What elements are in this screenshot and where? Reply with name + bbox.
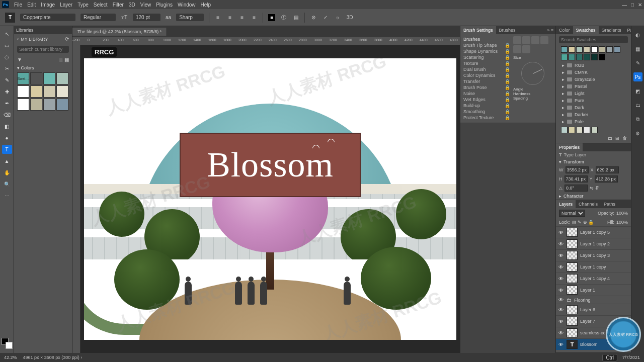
swatch[interactable] — [584, 46, 590, 53]
antialias-select[interactable]: Sharp — [176, 14, 204, 21]
brush-option[interactable]: Texture🔒 — [463, 60, 510, 66]
visibility-icon[interactable]: 👁 — [558, 276, 564, 282]
library-swatch[interactable] — [56, 72, 68, 84]
brush-angle-dial[interactable] — [521, 62, 544, 85]
swatch[interactable] — [569, 46, 575, 53]
brush-preset-thumb[interactable] — [513, 36, 521, 44]
history-icon[interactable]: ◐ — [633, 30, 642, 39]
layer-name[interactable]: Flooring — [574, 298, 629, 303]
layer-name[interactable]: Layer 1 copy 4 — [580, 276, 629, 281]
brush-option[interactable]: Transfer🔒 — [463, 78, 510, 84]
library-view-icons[interactable]: ≣ ▦ — [59, 57, 69, 62]
brush-preset-thumb[interactable] — [540, 36, 548, 44]
layer-thumb[interactable] — [567, 274, 578, 283]
layer-name[interactable]: Layer 1 copy 5 — [580, 230, 629, 235]
layer-thumb[interactable] — [567, 286, 578, 295]
swatch[interactable] — [614, 46, 620, 53]
properties-tab[interactable]: Properties — [556, 143, 583, 151]
align-center-icon[interactable]: ≡ — [226, 14, 233, 21]
swatch[interactable] — [576, 54, 583, 60]
menu-plugins[interactable]: Plugins — [156, 2, 173, 8]
library-sync-icon[interactable]: ⟳ — [65, 36, 69, 42]
paths-tab[interactable]: Paths — [601, 200, 618, 208]
visibility-icon[interactable]: 👁 — [558, 319, 564, 324]
lasso-tool-icon[interactable]: ◌ — [2, 52, 12, 61]
brushes-icon[interactable]: ✎ — [633, 58, 642, 67]
swatch-search-input[interactable]: Search Swatches — [559, 36, 628, 43]
swatch[interactable] — [561, 54, 568, 60]
menu-layer[interactable]: Layer — [60, 2, 72, 8]
layer-row[interactable]: 👁Layer 1 copy — [556, 261, 631, 273]
brush-option[interactable]: Protect Texture🔒 — [463, 115, 510, 121]
marquee-tool-icon[interactable]: ▭ — [2, 41, 12, 50]
swatch-folder[interactable]: ▸Pure — [559, 97, 628, 104]
menu-edit[interactable]: Edit — [27, 2, 36, 8]
menu-file[interactable]: File — [14, 2, 22, 8]
eraser-tool-icon[interactable]: ⌫ — [2, 110, 12, 119]
library-swatch[interactable] — [43, 72, 55, 84]
swatch[interactable] — [591, 54, 598, 60]
move-tool-icon[interactable]: ↖ — [2, 29, 12, 38]
brush-option[interactable]: Brush Pose🔒 — [463, 84, 510, 90]
ruler-horizontal[interactable]: -200020040060080010001200140016001800200… — [72, 37, 460, 45]
library-swatch[interactable] — [43, 85, 55, 98]
delete-swatch-icon[interactable]: 🗑 — [622, 136, 627, 141]
swatches-icon[interactable]: ▦ — [633, 44, 642, 53]
brush-tool-icon[interactable]: ✒ — [2, 99, 12, 108]
char-panel-icon[interactable]: ▤ — [292, 14, 299, 21]
swatch[interactable] — [599, 46, 605, 53]
type-tool-icon[interactable]: T — [2, 145, 12, 154]
prop-height[interactable] — [565, 175, 588, 183]
warp-text-icon[interactable]: ⓣ — [280, 14, 287, 21]
swatch[interactable] — [606, 46, 613, 53]
brush-option[interactable]: Shape Dynamics🔒 — [463, 48, 510, 54]
layer-row[interactable]: 👁Layer 1 copy 4 — [556, 273, 631, 284]
align-left-icon[interactable]: ≡ — [214, 14, 221, 21]
window-close-icon[interactable]: ✕ — [638, 2, 642, 8]
brush-preset-thumb[interactable] — [531, 36, 539, 44]
libraries-tab[interactable]: Libraries — [16, 28, 34, 33]
visibility-icon[interactable]: 👁 — [558, 330, 564, 336]
swatch[interactable] — [591, 46, 598, 53]
layer-name[interactable]: Layer 1 — [580, 288, 629, 293]
swatch[interactable] — [561, 46, 568, 53]
path-tool-icon[interactable]: ▲ — [2, 156, 12, 165]
swatch[interactable] — [591, 127, 598, 133]
font-style-select[interactable]: Regular — [80, 14, 116, 21]
brush-option[interactable]: Brush Tip Shape🔒 — [463, 42, 510, 48]
transform-section[interactable]: Transform — [564, 159, 584, 164]
reset-icon[interactable]: ☼ — [334, 14, 341, 21]
menu-image[interactable]: Image — [41, 2, 55, 8]
align-right-icon[interactable]: ≡ — [238, 14, 246, 21]
layer-thumb[interactable] — [567, 317, 578, 326]
settings-icon[interactable]: ⚙ — [633, 129, 642, 138]
layer-name[interactable]: Layer 1 copy 2 — [580, 241, 629, 246]
swatch-folder[interactable]: ▸Darker — [559, 111, 628, 118]
menu-select[interactable]: Select — [94, 2, 108, 8]
layers-icon[interactable]: ⧉ — [633, 115, 642, 124]
swatch-folder[interactable]: ▸RGB — [559, 62, 628, 69]
layers-tab[interactable]: Layers — [556, 200, 576, 208]
layer-name[interactable]: Layer 1 copy — [580, 264, 629, 269]
brush-option[interactable]: Smoothing🔒 — [463, 109, 510, 115]
library-swatch[interactable] — [43, 99, 55, 111]
library-name[interactable]: MY LIBRARY — [21, 37, 63, 42]
library-swatch[interactable] — [56, 85, 68, 98]
window-minimize-icon[interactable]: — — [622, 2, 627, 8]
layer-row[interactable]: 👁🗀Flooring — [556, 296, 631, 304]
layer-row[interactable]: 👁Layer 1 — [556, 284, 631, 296]
visibility-icon[interactable]: 👁 — [558, 307, 564, 313]
layer-thumb[interactable] — [567, 228, 578, 237]
fg-bg-swatch[interactable] — [2, 338, 13, 349]
menu-window[interactable]: Window — [178, 2, 196, 8]
blend-mode-select[interactable]: Normal — [559, 210, 585, 217]
layer-name[interactable]: Layer 1 copy 3 — [580, 253, 629, 258]
layer-thumb[interactable]: T — [567, 340, 578, 349]
font-size-field[interactable]: 120 pt — [133, 14, 160, 21]
ruler-vertical[interactable] — [72, 45, 80, 353]
brush-option[interactable]: Color Dynamics🔒 — [463, 72, 510, 78]
window-maximize-icon[interactable]: □ — [631, 2, 634, 8]
3d-icon[interactable]: 3D — [346, 14, 353, 21]
library-filter-icon[interactable]: ▼ — [17, 57, 22, 62]
libraries-icon[interactable]: 🗂 — [633, 101, 642, 110]
